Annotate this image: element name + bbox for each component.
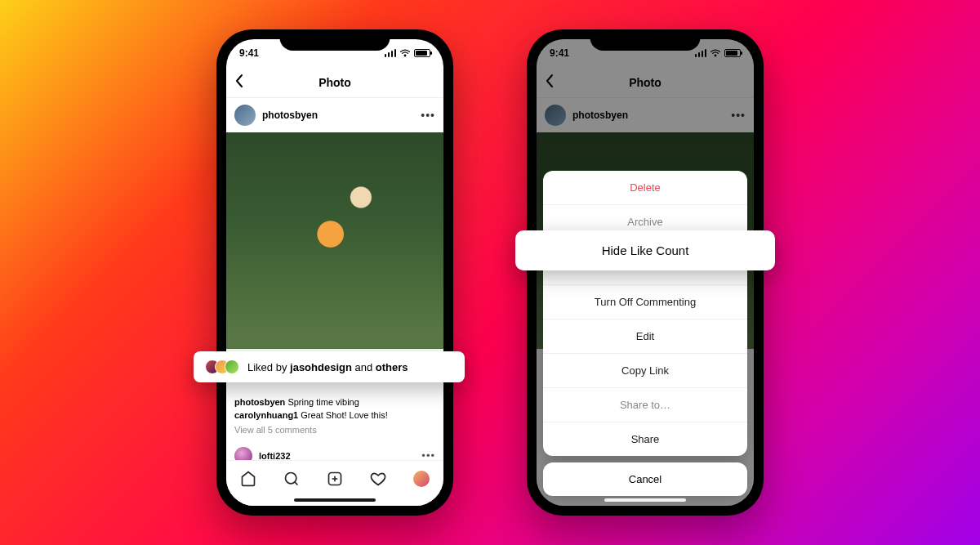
like-callout[interactable]: Liked by jasohdesign and others — [194, 351, 465, 382]
sheet-cancel[interactable]: Cancel — [543, 462, 747, 496]
post-header: photosbyen ••• — [226, 98, 443, 132]
sheet-hide-like-count[interactable]: Hide Like Count — [515, 230, 775, 270]
home-indicator — [294, 498, 376, 502]
status-time: 9:41 — [239, 47, 259, 59]
comment-line: carolynhuang1 Great Shot! Love this! — [234, 409, 435, 422]
back-icon[interactable] — [234, 74, 244, 91]
phone-notch — [590, 29, 701, 51]
phone-notch — [280, 29, 390, 51]
caption-line: photosbyen Spring time vibing — [234, 396, 435, 409]
post-more-icon[interactable]: ••• — [421, 109, 435, 122]
nav-title: Photo — [318, 76, 351, 89]
gradient-background: 9:41 Photo photosbyen ••• — [0, 0, 980, 545]
liked-by-user[interactable]: jasohdesign — [290, 361, 352, 373]
sheet-delete[interactable]: Delete — [543, 171, 747, 204]
search-nav-icon[interactable] — [283, 471, 300, 487]
phone-frame-right: 9:41 Photo photosbyen ••• — [527, 29, 764, 516]
liker-avatars — [205, 360, 239, 374]
home-indicator — [604, 498, 686, 502]
commenter-username: lofti232 — [259, 451, 291, 461]
sheet-edit[interactable]: Edit — [543, 319, 747, 353]
comment-username[interactable]: carolynhuang1 — [234, 410, 298, 420]
sheet-share[interactable]: Share — [543, 422, 747, 456]
battery-icon — [414, 49, 430, 57]
phone-screen-right: 9:41 Photo photosbyen ••• — [537, 39, 754, 506]
sheet-turn-off-commenting[interactable]: Turn Off Commenting — [543, 284, 747, 319]
add-post-icon[interactable] — [327, 471, 343, 487]
svg-point-0 — [285, 472, 296, 483]
sheet-share-to[interactable]: Share to… — [543, 387, 747, 422]
post-image[interactable] — [226, 132, 443, 349]
phone-screen-left: 9:41 Photo photosbyen ••• — [226, 39, 443, 506]
wifi-icon — [399, 49, 411, 57]
liked-by-others[interactable]: others — [376, 361, 408, 373]
author-username[interactable]: photosbyen — [262, 109, 318, 121]
author-avatar[interactable] — [234, 105, 256, 126]
activity-icon[interactable] — [370, 471, 386, 487]
action-sheet: Delete Archive placeholder Turn Off Comm… — [543, 171, 747, 456]
home-icon[interactable] — [240, 471, 256, 487]
action-sheet-container: Delete Archive placeholder Turn Off Comm… — [543, 171, 747, 496]
status-icons — [385, 49, 431, 57]
view-all-comments[interactable]: View all 5 comments — [234, 422, 435, 437]
signal-icon — [385, 49, 397, 57]
sheet-copy-link[interactable]: Copy Link — [543, 353, 747, 387]
profile-nav-avatar[interactable] — [413, 471, 430, 487]
phone-frame-left: 9:41 Photo photosbyen ••• — [216, 29, 453, 516]
liked-by-text: Liked by jasohdesign and others — [247, 361, 408, 373]
caption-username[interactable]: photosbyen — [234, 397, 285, 407]
comment-text: Great Shot! Love this! — [298, 410, 387, 420]
caption-text: Spring time vibing — [285, 397, 359, 407]
nav-bar: Photo — [226, 67, 443, 98]
